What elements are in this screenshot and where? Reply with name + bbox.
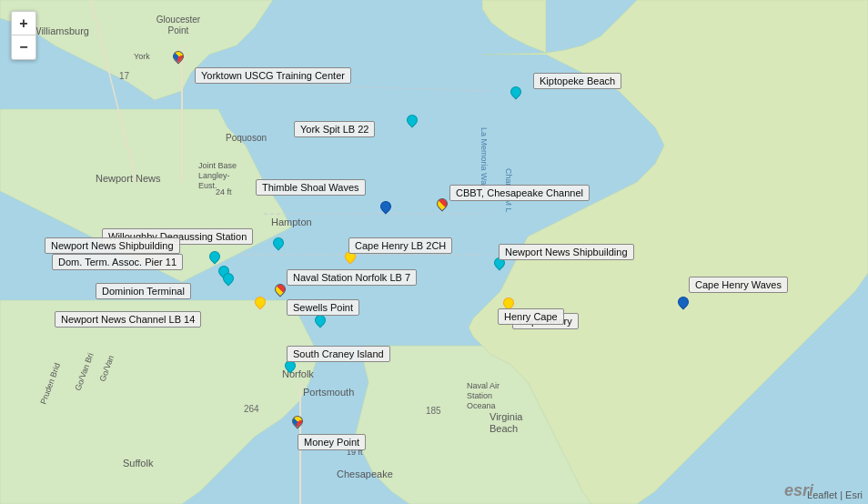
svg-text:Newport News: Newport News xyxy=(96,173,161,184)
label-south-craney[interactable]: South Craney Island xyxy=(287,346,390,362)
svg-text:Portsmouth: Portsmouth xyxy=(303,387,354,398)
svg-text:Suffolk: Suffolk xyxy=(123,458,154,469)
svg-text:Chesapeake: Chesapeake xyxy=(337,469,393,479)
zoom-controls: + − xyxy=(11,11,36,60)
label-cape-henry-waves[interactable]: Cape Henry Waves xyxy=(689,277,788,293)
svg-text:Point: Point xyxy=(168,25,189,35)
svg-text:York: York xyxy=(134,52,150,61)
label-sewells-point[interactable]: Sewells Point xyxy=(287,299,359,316)
svg-text:Eust.: Eust. xyxy=(198,181,217,190)
label-york-spit[interactable]: York Spit LB 22 xyxy=(294,121,375,137)
label-naval-station[interactable]: Naval Station Norfolk LB 7 xyxy=(287,269,417,286)
svg-text:Virginia: Virginia xyxy=(490,411,523,422)
svg-text:Hampton: Hampton xyxy=(271,217,312,227)
label-dom-term[interactable]: Dom. Term. Assoc. Pier 11 xyxy=(52,254,183,270)
label-kiptopeke-beach[interactable]: Kiptopeke Beach xyxy=(533,73,621,89)
label-yorktown-uscg[interactable]: Yorktown USCG Training Center xyxy=(195,67,351,84)
svg-text:185: 185 xyxy=(426,406,441,416)
label-cbbt[interactable]: CBBT, Chesapeake Channel xyxy=(449,185,590,201)
svg-text:Williamsburg: Williamsburg xyxy=(32,25,89,36)
label-money-point[interactable]: Money Point xyxy=(298,434,366,450)
svg-text:24 ft: 24 ft xyxy=(216,187,232,197)
label-thimble-shoal-waves[interactable]: Thimble Shoal Waves xyxy=(256,179,366,196)
label-dominion-terminal[interactable]: Dominion Terminal xyxy=(96,283,191,299)
svg-text:Naval Air: Naval Air xyxy=(467,381,500,390)
svg-text:Beach: Beach xyxy=(490,423,518,434)
svg-text:17: 17 xyxy=(119,71,130,81)
zoom-out-button[interactable]: − xyxy=(12,35,35,59)
svg-text:Poquoson: Poquoson xyxy=(226,133,267,143)
label-cape-henry-lb2ch[interactable]: Newport News Shipbuilding xyxy=(499,244,634,260)
svg-text:Langley-: Langley- xyxy=(198,171,230,180)
svg-text:Joint Base: Joint Base xyxy=(198,161,237,170)
svg-text:Gloucester: Gloucester xyxy=(156,15,201,25)
label-newport-news-channel[interactable]: Newport News Channel LB 14 xyxy=(55,311,201,328)
svg-text:La Memoria Way: La Memoria Way xyxy=(479,127,489,189)
svg-text:Oceana: Oceana xyxy=(467,401,496,410)
label-henry-cape[interactable]: Henry Cape xyxy=(498,308,564,325)
attribution: Leaflet | Esri xyxy=(807,489,863,500)
svg-text:264: 264 xyxy=(244,404,259,414)
map-container: 17 264 185 58 Williamsburg Gloucester Po… xyxy=(0,0,868,504)
svg-text:Station: Station xyxy=(467,391,492,400)
zoom-in-button[interactable]: + xyxy=(12,12,35,35)
label-newport-news-ship[interactable]: Newport News Shipbuilding xyxy=(45,237,180,254)
label-thimble-shoal-lb18[interactable]: Cape Henry LB 2CH xyxy=(348,237,452,254)
